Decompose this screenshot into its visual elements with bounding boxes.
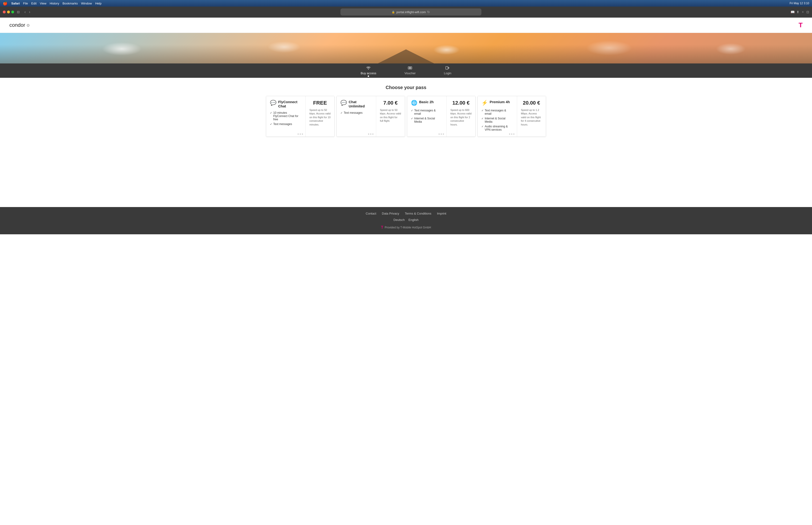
plan-price-chat-unlimited: 7.00 € — [380, 100, 401, 106]
plan-name-basic-2h: Basic 2h — [419, 100, 434, 104]
plan-dot — [370, 134, 371, 135]
nav-tabs: Buy access Voucher — [0, 63, 812, 78]
footer-languages: Deutsch English — [5, 218, 807, 222]
plan-name-flyconnect: FlyConnect Chat — [278, 100, 302, 108]
back-button[interactable]: ‹ — [24, 10, 27, 15]
feature-text: Internet & Social Media — [414, 117, 443, 123]
plan-card-chat-unlimited[interactable]: 💬 Chat Unlimited ✓ Text messages 7.00 € … — [336, 96, 405, 137]
plan-dot — [509, 134, 510, 135]
plan-header-premium-4h: ⚡ Premium 4h — [481, 100, 513, 106]
plan-header-basic-2h: 🌐 Basic 2h — [411, 100, 443, 106]
provider-text: Provided by T-Mobile HotSpot GmbH — [385, 226, 431, 229]
tab-login-label: Login — [444, 72, 451, 75]
tab-buy-access[interactable]: Buy access — [347, 63, 390, 78]
footer-lang-deutsch[interactable]: Deutsch — [394, 218, 405, 222]
plan-feature: ✓ Audio streaming & VPN services — [481, 125, 513, 131]
menubar-history[interactable]: History — [49, 2, 59, 5]
maximize-button[interactable] — [11, 11, 14, 13]
plan-price-basic-2h: 12.00 € — [450, 100, 472, 106]
reload-button[interactable]: ↻ — [427, 10, 430, 14]
plan-icon-basic-2h: 🌐 — [411, 100, 417, 106]
feature-text: Text messages — [273, 122, 292, 126]
plan-features-chat-unlimited: ✓ Text messages — [340, 111, 372, 115]
sidebar-toggle-button[interactable]: ⊟ — [17, 10, 20, 14]
menubar-file[interactable]: File — [23, 2, 28, 5]
address-bar[interactable]: 🔒 portal.inflight-wifi.com ↻ — [340, 9, 481, 15]
plan-header-flyconnect: 💬 FlyConnect Chat — [270, 100, 302, 108]
check-icon: ✓ — [411, 109, 413, 112]
tab-login[interactable]: Login — [430, 63, 465, 78]
plan-icon-chat-unlimited: 💬 — [340, 100, 347, 106]
plan-dot — [372, 134, 373, 135]
plan-name-chat-unlimited: Chat Unlimited — [349, 100, 372, 108]
plan-dot — [511, 134, 512, 135]
footer-link-imprint[interactable]: Imprint — [437, 212, 446, 215]
tab-voucher-label: Voucher — [404, 72, 416, 75]
traffic-lights — [3, 11, 14, 13]
plan-name-premium-4h: Premium 4h — [490, 100, 510, 104]
plan-dot — [441, 134, 442, 135]
menubar-window[interactable]: Window — [81, 2, 92, 5]
empty-section — [0, 148, 812, 207]
close-button[interactable] — [3, 11, 6, 13]
menubar-items: Safari File Edit View History Bookmarks … — [11, 2, 102, 5]
plan-dots-chat-unlimited — [368, 134, 373, 135]
plan-icon-flyconnect: 💬 — [270, 100, 276, 106]
plan-card-premium-4h[interactable]: ⚡ Premium 4h ✓ Text messages & email ✓ I… — [477, 96, 546, 137]
brand-name: condor — [10, 22, 25, 28]
plan-feature: ✓ Text messages & email — [481, 109, 513, 115]
menubar-bookmarks[interactable]: Bookmarks — [62, 2, 78, 5]
plan-card-basic-2h[interactable]: 🌐 Basic 2h ✓ Text messages & email ✓ Int… — [407, 96, 476, 137]
menubar-view[interactable]: View — [40, 2, 47, 5]
new-tab-button[interactable]: ＋ — [801, 10, 805, 14]
page-wrapper: condor ⊙ T Buy access — [0, 18, 812, 234]
plan-header-chat-unlimited: 💬 Chat Unlimited — [340, 100, 372, 108]
plan-dot — [302, 134, 303, 135]
plan-description-chat-unlimited: Speed up to 50 kbps. Access valid on thi… — [380, 108, 401, 123]
reading-list-button[interactable]: 📖 — [791, 10, 795, 14]
apple-menu[interactable]: 🍎 — [3, 1, 7, 6]
plan-price-premium-4h: 20.00 € — [521, 100, 542, 106]
footer-link-terms[interactable]: Terms & Conditions — [405, 212, 431, 215]
footer-lang-english[interactable]: English — [409, 218, 419, 222]
tab-voucher[interactable]: Voucher — [390, 63, 430, 78]
brand-logo: condor ⊙ — [10, 22, 30, 28]
tab-overview-button[interactable]: ⊡ — [806, 10, 809, 14]
plan-left-chat-unlimited: 💬 Chat Unlimited ✓ Text messages — [337, 96, 376, 137]
url-text: portal.inflight-wifi.com — [396, 10, 426, 14]
login-icon — [445, 66, 450, 71]
menubar-clock: Fri May 12 3:10 — [790, 2, 809, 5]
check-icon: ✓ — [481, 117, 484, 120]
plan-card-flyconnect[interactable]: 💬 FlyConnect Chat ✓ 10 minutes FlyConnec… — [266, 96, 335, 137]
footer-links: Contact Data Privacy Terms & Conditions … — [5, 212, 807, 215]
plan-feature: ✓ Text messages — [340, 111, 372, 115]
feature-text: Audio streaming & VPN services — [485, 125, 513, 131]
plan-left-premium-4h: ⚡ Premium 4h ✓ Text messages & email ✓ I… — [478, 96, 517, 137]
plan-features-flyconnect: ✓ 10 minutes FlyConnect Chat for free ✓ … — [270, 111, 302, 126]
main-content: Choose your pass 💬 FlyConnect Chat ✓ 10 … — [0, 78, 812, 148]
plan-right-premium-4h: 20.00 € Speed up to 1.2 Mbps. Access val… — [517, 96, 546, 137]
plan-feature: ✓ 10 minutes FlyConnect Chat for free — [270, 111, 302, 121]
menubar-right: Fri May 12 3:10 — [790, 0, 809, 6]
plan-dot — [439, 134, 440, 135]
menubar-help[interactable]: Help — [95, 2, 102, 5]
feature-text: 10 minutes FlyConnect Chat for free — [273, 111, 302, 121]
browser-nav-controls: ‹ › — [24, 10, 31, 15]
voucher-icon — [408, 66, 412, 71]
check-icon: ✓ — [270, 123, 272, 126]
footer-link-contact[interactable]: Contact — [366, 212, 377, 215]
feature-text: Text messages & email — [485, 109, 513, 115]
browser-chrome: ⊟ ‹ › 🔒 portal.inflight-wifi.com ↻ 📖 ⬆ ＋… — [0, 6, 812, 18]
forward-button[interactable]: › — [28, 10, 31, 15]
plan-left-flyconnect: 💬 FlyConnect Chat ✓ 10 minutes FlyConnec… — [266, 96, 306, 137]
plan-dot — [298, 134, 299, 135]
footer-link-privacy[interactable]: Data Privacy — [382, 212, 399, 215]
plan-left-basic-2h: 🌐 Basic 2h ✓ Text messages & email ✓ Int… — [407, 96, 447, 137]
plan-description-basic-2h: Speed up to 600 kbps. Access valid on th… — [450, 108, 472, 126]
share-button[interactable]: ⬆ — [796, 10, 799, 14]
telekom-logo: T — [799, 21, 802, 29]
plan-description-flyconnect: Speed up to 50 kbps. Access valid on thi… — [309, 108, 331, 126]
menubar-safari[interactable]: Safari — [11, 2, 20, 5]
minimize-button[interactable] — [7, 11, 10, 13]
menubar-edit[interactable]: Edit — [31, 2, 36, 5]
